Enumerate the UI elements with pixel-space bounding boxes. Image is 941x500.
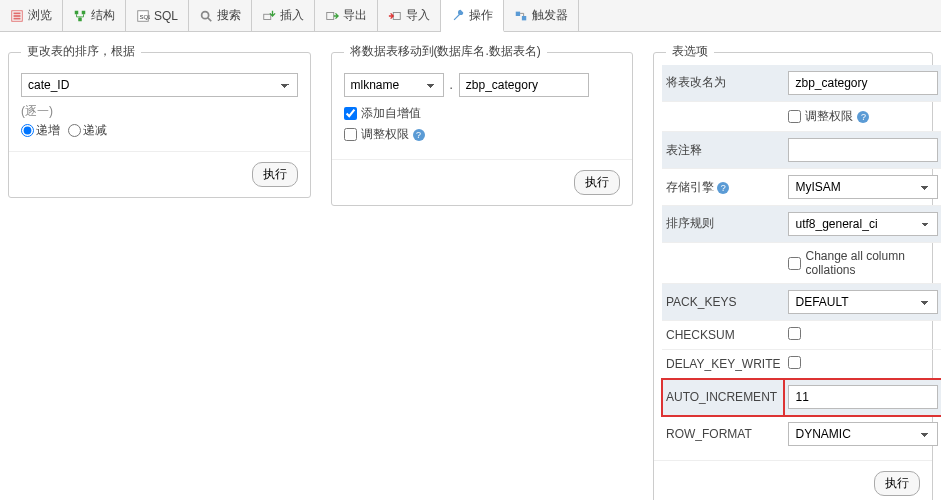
- sort-asc-radio[interactable]: [21, 124, 34, 137]
- import-icon: [388, 9, 402, 23]
- tab-structure[interactable]: 结构: [63, 0, 126, 31]
- auto-increment-label: AUTO_INCREMENT: [662, 379, 784, 416]
- tab-export[interactable]: 导出: [315, 0, 378, 31]
- sort-desc-option[interactable]: 递减: [68, 122, 107, 139]
- tab-sql[interactable]: SQLSQL: [126, 0, 189, 31]
- sort-panel: 更改表的排序，根据 cate_ID (逐一) 递增 递减 执行: [8, 52, 311, 198]
- tab-label: 插入: [280, 7, 304, 24]
- collation-select[interactable]: utf8_general_ci: [788, 212, 938, 236]
- structure-icon: [73, 9, 87, 23]
- options-panel: 表选项 将表改名为 调整权限 ? 表注释 存储引擎 ?MyISAM 排序规则ut…: [653, 52, 933, 500]
- svg-line-10: [208, 17, 212, 21]
- tab-label: 结构: [91, 7, 115, 24]
- move-submit-button[interactable]: 执行: [574, 170, 620, 195]
- sort-asc-option[interactable]: 递增: [21, 122, 60, 139]
- adjust-priv-checkbox[interactable]: [344, 128, 357, 141]
- options-submit-button[interactable]: 执行: [874, 471, 920, 496]
- rename-label: 将表改名为: [662, 65, 784, 101]
- svg-rect-11: [264, 14, 271, 19]
- move-table-input[interactable]: [459, 73, 589, 97]
- comment-label: 表注释: [662, 132, 784, 169]
- search-icon: [199, 9, 213, 23]
- engine-select[interactable]: MyISAM: [788, 175, 938, 199]
- engine-label: 存储引擎: [666, 180, 714, 194]
- move-panel-title: 将数据表移动到(数据库名.数据表名): [344, 43, 547, 60]
- tab-label: 浏览: [28, 7, 52, 24]
- tab-label: SQL: [154, 9, 178, 23]
- pack-keys-label: PACK_KEYS: [662, 284, 784, 321]
- tab-triggers[interactable]: 触发器: [504, 0, 579, 31]
- sort-panel-title: 更改表的排序，根据: [21, 43, 141, 60]
- dot-separator: .: [450, 78, 453, 92]
- move-db-select[interactable]: mlkname: [344, 73, 444, 97]
- comment-input[interactable]: [788, 138, 938, 162]
- svg-point-9: [202, 11, 209, 18]
- wrench-icon: [451, 8, 465, 22]
- tab-import[interactable]: 导入: [378, 0, 441, 31]
- sql-icon: SQL: [136, 9, 150, 23]
- options-panel-title: 表选项: [666, 43, 714, 60]
- help-icon[interactable]: ?: [857, 111, 869, 123]
- pack-keys-select[interactable]: DEFAULT: [788, 290, 938, 314]
- insert-icon: [262, 9, 276, 23]
- row-format-select[interactable]: DYNAMIC: [788, 422, 938, 446]
- tab-label: 触发器: [532, 7, 568, 24]
- svg-rect-15: [522, 16, 526, 20]
- add-autoinc-label: 添加自增值: [361, 105, 421, 122]
- sort-desc-radio[interactable]: [68, 124, 81, 137]
- svg-rect-14: [516, 11, 520, 15]
- help-icon[interactable]: ?: [717, 182, 729, 194]
- svg-rect-4: [75, 10, 79, 14]
- svg-rect-5: [82, 10, 86, 14]
- delay-key-write-label: DELAY_KEY_WRITE: [662, 350, 784, 379]
- browse-icon: [10, 9, 24, 23]
- rename-adjust-priv-label: 调整权限: [805, 108, 853, 125]
- tab-label: 导出: [343, 7, 367, 24]
- svg-rect-3: [14, 17, 21, 19]
- checksum-label: CHECKSUM: [662, 321, 784, 350]
- adjust-priv-label: 调整权限: [361, 126, 409, 143]
- svg-text:SQL: SQL: [140, 12, 151, 19]
- move-panel: 将数据表移动到(数据库名.数据表名) mlkname . 添加自增值 调整权限 …: [331, 52, 634, 206]
- tab-bar: 浏览 结构 SQLSQL 搜索 插入 导出 导入 操作 触发器: [0, 0, 941, 32]
- tab-label: 搜索: [217, 7, 241, 24]
- row-format-label: ROW_FORMAT: [662, 416, 784, 453]
- sort-asc-label: 递增: [36, 122, 60, 139]
- sort-desc-label: 递减: [83, 122, 107, 139]
- auto-increment-input[interactable]: [788, 385, 938, 409]
- svg-rect-6: [78, 17, 82, 21]
- checksum-checkbox[interactable]: [788, 327, 801, 340]
- collation-label: 排序规则: [662, 206, 784, 243]
- change-collations-checkbox[interactable]: [788, 257, 801, 270]
- sort-note: (逐一): [21, 103, 298, 120]
- rename-adjust-priv-checkbox[interactable]: [788, 110, 801, 123]
- svg-rect-2: [14, 15, 21, 17]
- triggers-icon: [514, 9, 528, 23]
- sort-submit-button[interactable]: 执行: [252, 162, 298, 187]
- tab-label: 操作: [469, 7, 493, 24]
- add-autoinc-checkbox[interactable]: [344, 107, 357, 120]
- svg-rect-13: [393, 12, 400, 19]
- svg-rect-1: [14, 12, 21, 14]
- tab-browse[interactable]: 浏览: [0, 0, 63, 31]
- export-icon: [325, 9, 339, 23]
- svg-rect-12: [327, 12, 334, 19]
- tab-operations[interactable]: 操作: [441, 0, 504, 32]
- tab-insert[interactable]: 插入: [252, 0, 315, 31]
- change-collations-label: Change all column collations: [805, 249, 938, 277]
- rename-input[interactable]: [788, 71, 938, 95]
- sort-column-select[interactable]: cate_ID: [21, 73, 298, 97]
- help-icon[interactable]: ?: [413, 129, 425, 141]
- tab-label: 导入: [406, 7, 430, 24]
- tab-search[interactable]: 搜索: [189, 0, 252, 31]
- delay-key-write-checkbox[interactable]: [788, 356, 801, 369]
